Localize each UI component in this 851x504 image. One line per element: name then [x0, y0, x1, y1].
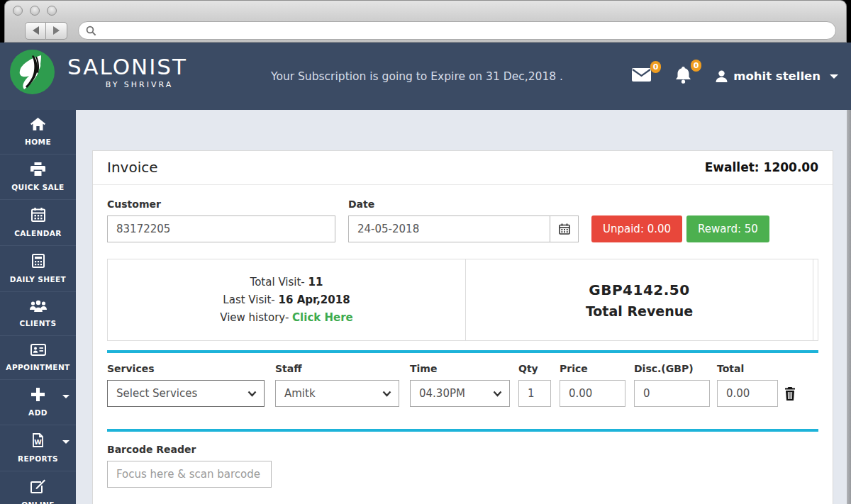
customer-date-row: Customer Date	[107, 198, 818, 242]
submenu-caret-icon	[62, 440, 69, 444]
vertical-scrollbar[interactable]	[847, 110, 851, 504]
sidebar-item-appointment[interactable]: APPOINTMENT	[0, 336, 76, 380]
envelope-icon	[632, 68, 651, 82]
discount-input[interactable]	[634, 380, 710, 407]
page-title: Invoice	[107, 159, 158, 176]
brand-logo-block[interactable]: SALONIST BY SHRIVRA	[10, 50, 187, 94]
sidebar-item-label: CLIENTS	[1, 319, 74, 328]
cyan-divider-top	[107, 350, 818, 353]
services-field-group: Services Select Services	[107, 363, 265, 407]
svg-text:W: W	[34, 438, 42, 446]
staff-label: Staff	[275, 363, 399, 374]
printer-icon	[30, 162, 45, 176]
time-select[interactable]: 04.30PM	[410, 380, 510, 407]
services-label: Services	[107, 363, 265, 374]
close-button[interactable]	[13, 6, 23, 16]
invoice-card: Invoice Ewallet: 1200.00 Customer Date	[92, 150, 833, 504]
date-picker-button[interactable]	[550, 216, 578, 242]
user-name: mohit stellen	[733, 69, 821, 83]
total-input[interactable]	[717, 380, 778, 407]
unpaid-button[interactable]: Unpaid: 0.00	[591, 215, 682, 242]
sidebar-item-label: APPOINTMENT	[1, 363, 74, 372]
calculator-icon	[32, 254, 45, 268]
total-field-group: Total	[717, 363, 778, 407]
sidebar-nav: HOME QUICK SALE CALENDAR	[0, 110, 76, 504]
forward-button[interactable]	[46, 22, 67, 40]
price-input[interactable]	[560, 380, 625, 407]
chevron-down-icon	[382, 391, 391, 397]
barcode-field-group: Barcode Reader	[107, 444, 818, 488]
user-icon	[716, 70, 728, 82]
customer-input[interactable]	[107, 215, 335, 242]
status-buttons: Unpaid: 0.00 Reward: 50	[591, 215, 769, 242]
discount-label: Disc.(GBP)	[634, 363, 710, 374]
address-search-input[interactable]	[101, 26, 828, 36]
notifications-button[interactable]: 0	[675, 67, 691, 86]
sidebar-item-label: DAILY SHEET	[1, 275, 74, 284]
qty-input[interactable]	[518, 380, 551, 407]
invoice-card-header: Invoice Ewallet: 1200.00	[93, 151, 833, 185]
service-line-row: Services Select Services Staff Amitk	[107, 363, 818, 407]
chevron-down-icon	[830, 74, 838, 79]
last-visit-value: 16 Apr,2018	[279, 293, 350, 306]
date-input[interactable]	[349, 216, 550, 242]
messages-button[interactable]: 0	[632, 68, 651, 84]
total-label: Total	[717, 363, 778, 374]
total-revenue-amount: GBP4142.50	[466, 281, 813, 298]
sidebar-item-calendar[interactable]: CALENDAR	[0, 200, 76, 246]
reward-button[interactable]: Reward: 50	[686, 215, 769, 242]
view-history-link[interactable]: Click Here	[292, 311, 353, 324]
trash-icon	[784, 387, 796, 401]
sidebar-item-clients[interactable]: CLIENTS	[0, 292, 76, 336]
sidebar-item-quick-sale[interactable]: QUICK SALE	[0, 155, 76, 200]
sidebar-item-online-booking[interactable]: ONLINE BOOKING	[0, 471, 76, 504]
window-controls	[13, 6, 57, 16]
date-input-group	[348, 215, 579, 242]
cyan-divider-bottom	[107, 429, 818, 432]
brand-text: SALONIST BY SHRIVRA	[67, 55, 187, 89]
barcode-input[interactable]	[107, 461, 272, 488]
date-label: Date	[348, 198, 579, 210]
header-actions: 0 0 mohit stellen	[632, 43, 838, 110]
time-field-group: Time 04.30PM	[410, 363, 510, 407]
search-icon	[86, 26, 96, 36]
delete-row-button[interactable]	[784, 380, 796, 407]
nav-buttons	[25, 22, 67, 40]
qty-field-group: Qty	[518, 363, 551, 407]
sidebar-item-home[interactable]: HOME	[0, 110, 76, 155]
id-card-icon	[30, 344, 46, 356]
browser-search-bar[interactable]	[78, 21, 836, 40]
calendar-small-icon	[559, 223, 570, 235]
chevron-down-icon	[493, 391, 502, 397]
sidebar-item-label: CALENDAR	[1, 229, 74, 238]
sidebar-item-reports[interactable]: W REPORTS	[0, 425, 76, 471]
staff-select[interactable]: Amitk	[275, 380, 399, 407]
calendar-icon	[31, 208, 45, 222]
services-select[interactable]: Select Services	[107, 380, 265, 407]
discount-field-group: Disc.(GBP)	[634, 363, 710, 407]
minimize-button[interactable]	[30, 6, 40, 16]
total-visit-value: 11	[308, 276, 323, 289]
back-button[interactable]	[25, 22, 46, 40]
app-header: SALONIST BY SHRIVRA Your Subscription is…	[0, 43, 851, 110]
barcode-label: Barcode Reader	[107, 444, 818, 455]
sidebar-item-add[interactable]: ADD	[0, 380, 76, 425]
sidebar-item-label: QUICK SALE	[1, 183, 74, 192]
users-icon	[30, 300, 47, 312]
browser-toolbar	[25, 21, 836, 40]
submenu-caret-icon	[62, 395, 69, 398]
notifications-count-badge: 0	[691, 60, 702, 72]
price-field-group: Price	[560, 363, 625, 407]
last-visit-line: Last Visit- 16 Apr,2018	[108, 291, 465, 309]
forward-arrow-icon	[53, 26, 60, 35]
staff-field-group: Staff Amitk	[275, 363, 399, 407]
user-menu[interactable]: mohit stellen	[716, 69, 838, 83]
maximize-button[interactable]	[47, 6, 57, 16]
home-icon	[30, 118, 45, 130]
price-label: Price	[560, 363, 625, 374]
brand-tagline: BY SHRIVRA	[67, 80, 187, 89]
total-revenue-caption: Total Revenue	[466, 303, 813, 319]
main-content: Invoice Ewallet: 1200.00 Customer Date	[76, 110, 851, 504]
bell-icon	[675, 67, 691, 84]
sidebar-item-daily-sheet[interactable]: DAILY SHEET	[0, 246, 76, 292]
